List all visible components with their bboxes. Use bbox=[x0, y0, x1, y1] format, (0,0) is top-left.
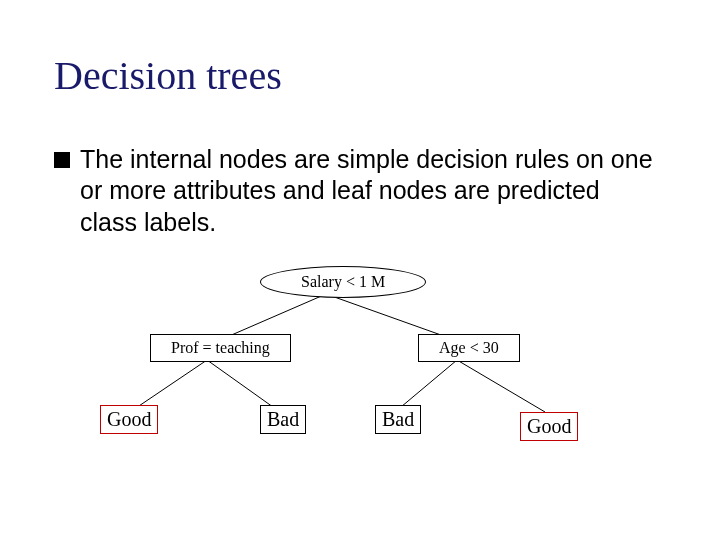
square-bullet-icon bbox=[54, 152, 70, 168]
slide-title: Decision trees bbox=[54, 52, 282, 99]
tree-leaf-good-left: Good bbox=[100, 405, 158, 434]
tree-leaf-bad-right: Bad bbox=[375, 405, 421, 434]
bullet-text: The internal nodes are simple decision r… bbox=[80, 144, 654, 238]
decision-tree-diagram: Salary < 1 M Prof = teaching Age < 30 Go… bbox=[0, 260, 720, 520]
tree-left-node: Prof = teaching bbox=[150, 334, 291, 362]
slide: Decision trees The internal nodes are si… bbox=[0, 0, 720, 540]
tree-leaf-good-right: Good bbox=[520, 412, 578, 441]
svg-line-5 bbox=[457, 360, 545, 412]
bullet-item: The internal nodes are simple decision r… bbox=[54, 144, 654, 238]
tree-leaf-bad-left: Bad bbox=[260, 405, 306, 434]
tree-root-node: Salary < 1 M bbox=[260, 266, 426, 298]
tree-edges bbox=[0, 260, 720, 520]
tree-right-node: Age < 30 bbox=[418, 334, 520, 362]
